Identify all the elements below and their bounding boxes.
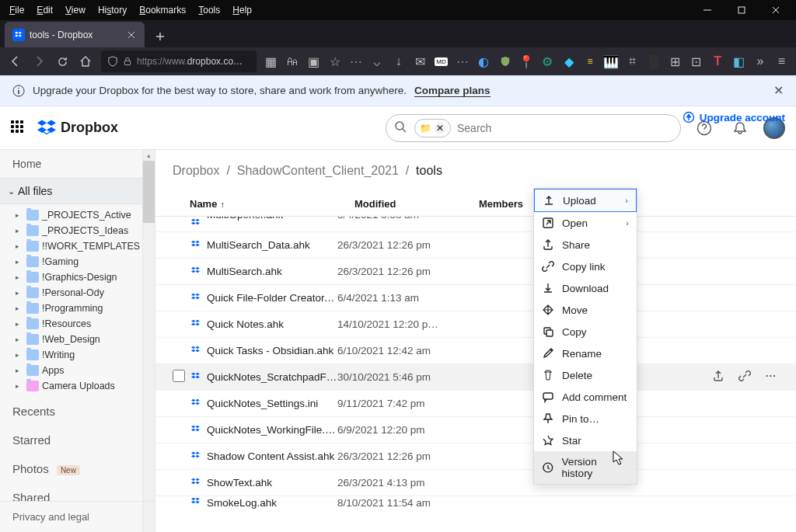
new-tab-button[interactable] [149,26,171,47]
table-row[interactable]: QuickNotes_WorkingFile.md 6/9/2021 12:20… [155,417,796,443]
menu-edit[interactable]: Edit [30,2,59,19]
tree-folder[interactable]: ▸!Programming [0,301,155,316]
menu-view[interactable]: View [59,2,92,19]
sidebar-recents[interactable]: Recents [0,397,155,426]
menu-delete[interactable]: Delete [534,364,637,386]
ext-icon[interactable]: ▓ [644,50,663,72]
ext-icon[interactable]: ◆ [559,50,578,72]
sidebar-photos[interactable]: Photos New [0,454,155,483]
ext-icon[interactable]: ⌵ [368,50,387,72]
col-name[interactable]: Name↑ [190,198,354,210]
menu-download[interactable]: Download [534,277,637,299]
menu-rename[interactable]: Rename [534,342,637,364]
menu-bookmarks[interactable]: Bookmarks [133,2,192,19]
table-row[interactable]: QuickNotes_Settings.ini 9/11/2021 7:42 p… [155,391,796,417]
menu-copylink[interactable]: Copy link [534,256,637,277]
table-row[interactable]: SmokeLog.ahk 8/10/2021 11:54 am [155,496,796,509]
ext-icon[interactable]: 🎹 [602,50,621,72]
tree-folder[interactable]: ▸Camera Uploads [0,378,155,394]
col-modified[interactable]: Modified [354,198,479,210]
tree-folder[interactable]: ▸_PROJECTS_Ideas [0,223,155,238]
menu-help[interactable]: Help [226,2,258,19]
compare-plans-link[interactable]: Compare plans [414,85,491,97]
table-row[interactable]: MultiSearch.ahk 26/3/2021 12:26 pm [155,259,796,285]
sidebar-starred[interactable]: Starred [0,426,155,454]
table-row[interactable]: MultiOpener.ahk 5/4/2021 5:58 am [155,217,796,232]
ext-icon[interactable]: ▦ [261,50,281,72]
search-box[interactable]: 📁 ✕ [386,114,681,142]
more-icon[interactable]: ··· [763,370,779,384]
ext-icon[interactable]: 📍 [516,50,536,72]
menu-pin[interactable]: Pin to… [534,408,637,429]
chip-remove-icon[interactable]: ✕ [435,123,445,134]
ext-icon[interactable]: ⊡ [686,50,706,72]
sidebar-legal-link[interactable]: Privacy and legal [0,501,155,532]
forward-button[interactable] [28,50,50,72]
app-launcher-icon[interactable] [11,120,26,136]
menu-move[interactable]: Move [534,299,637,321]
tree-folder[interactable]: ▸!Writing [0,347,155,363]
row-checkbox[interactable] [173,370,185,382]
tree-folder[interactable]: ▸!Personal-Ody [0,285,155,301]
menu-open[interactable]: Open› [534,212,637,234]
overflow-icon[interactable]: » [750,50,770,72]
browser-tab-active[interactable]: tools - Dropbox [5,22,145,47]
ext-icon[interactable]: ◧ [729,50,749,72]
tree-folder[interactable]: ▸!Resources [0,316,155,332]
ext-icon[interactable]: 🗛 [282,50,302,72]
menu-history[interactable]: History [92,2,133,19]
share-icon[interactable] [710,370,726,384]
table-row[interactable]: Quick Tasks - Obsidian.ahk 6/10/2021 12:… [155,338,796,364]
window-minimize-button[interactable] [690,0,724,20]
window-close-button[interactable] [759,0,793,20]
ext-icon[interactable]: ↓ [389,50,408,72]
menu-copy[interactable]: Copy [534,321,637,342]
ext-icon[interactable]: ◐ [474,50,494,72]
banner-close-button[interactable]: ✕ [773,83,784,98]
tree-folder[interactable]: ▸!Web_Design [0,332,155,347]
menu-version-history[interactable]: Version history [534,451,637,484]
sidebar-allfiles[interactable]: ⌄ All files [0,178,155,204]
table-row[interactable]: Quick File-Folder Creator.ahk 6/4/2021 1… [155,285,796,311]
ext-icon[interactable] [495,50,515,72]
sidebar-home[interactable]: Home [0,150,155,178]
crumb-parent[interactable]: ShadowContent_Client_2021 [237,164,399,177]
reload-button[interactable] [51,50,73,72]
menu-tools[interactable]: Tools [192,2,226,19]
tree-folder[interactable]: ▸_PROJECTS_Active [0,207,155,223]
address-bar[interactable]: https://www.dropbox.com/ho [101,50,257,72]
upgrade-account-link[interactable]: Upgrade account [683,111,785,123]
back-button[interactable] [5,50,26,72]
menu-file[interactable]: File [3,2,30,19]
ext-icon[interactable]: ⊞ [665,50,685,72]
tree-folder[interactable]: ▸Apps [0,363,155,378]
ext-icon[interactable]: ⋯ [452,50,472,72]
search-filter-chip[interactable]: 📁 ✕ [414,119,451,137]
table-row[interactable]: Quick Notes.ahk 14/10/2021 12:20 p… [155,311,796,338]
ext-icon[interactable]: ≡ [580,50,599,72]
tab-close-button[interactable] [126,30,137,40]
tree-folder[interactable]: ▸!Gaming [0,254,155,269]
crumb-root[interactable]: Dropbox [173,164,219,177]
ext-icon[interactable]: T [708,50,728,72]
menu-upload[interactable]: Upload› [534,189,637,212]
table-row[interactable]: ShowText.ahk 26/3/2021 4:13 pm [155,470,796,496]
menu-share[interactable]: Share [534,234,637,256]
ext-icon[interactable]: ⚙ [538,50,557,72]
menu-addcomment[interactable]: Add comment [534,386,637,408]
home-button[interactable] [75,50,96,72]
ext-icon[interactable]: ☆ [325,50,344,72]
tree-folder[interactable]: ▸!Graphics-Design [0,269,155,285]
link-icon[interactable] [737,370,752,384]
search-input[interactable] [457,115,680,141]
hamburger-icon[interactable]: ≡ [772,50,791,72]
sidebar-scrollbar[interactable]: ▴ [142,150,155,532]
table-row[interactable]: MultiSearch_Data.ahk 26/3/2021 12:26 pm [155,232,796,259]
ext-icon[interactable]: MD [431,50,451,72]
table-row[interactable]: QuickNotes_ScratchpadFile… 30/10/2021 5:… [155,364,796,391]
window-maximize-button[interactable] [724,0,759,20]
table-row[interactable]: Shadow Content Assist.ahk 26/3/2021 12:2… [155,443,796,470]
tree-folder[interactable]: ▸!!WORK_TEMPLATES [0,238,155,254]
ext-icon[interactable]: ▣ [304,50,323,72]
ext-icon[interactable]: ✉ [410,50,430,72]
